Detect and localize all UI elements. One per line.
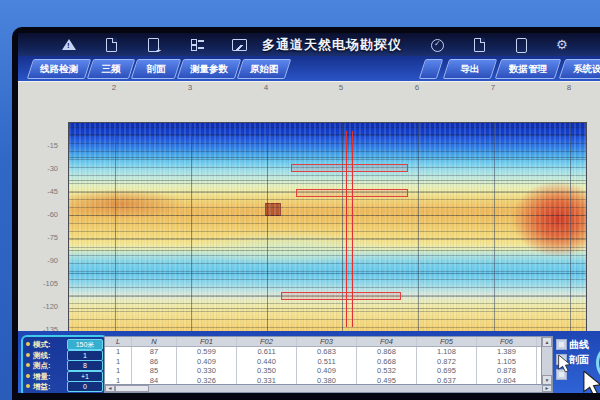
y-tick: -90 <box>22 256 58 265</box>
tab-raw-image[interactable]: 原始图 <box>237 59 291 79</box>
col-header[interactable]: F05 <box>417 337 477 346</box>
table-row[interactable]: 187 0.5990.611 0.6830.868 1.1081.389 <box>105 347 541 356</box>
table-header-row: L N F01 F02 F03 F04 F05 F06 <box>105 337 541 347</box>
col-header[interactable]: N <box>132 337 177 346</box>
depth-marker[interactable] <box>291 164 408 172</box>
y-tick: -30 <box>22 164 58 173</box>
param-value-point[interactable]: 8 <box>67 360 103 371</box>
tab-export[interactable]: 导出 <box>443 59 497 79</box>
grid-line <box>570 123 571 357</box>
param-row-increment: 增量: +1 <box>25 371 104 381</box>
param-value-line[interactable]: 1 <box>67 350 103 361</box>
file-icon[interactable] <box>104 37 119 52</box>
col-header[interactable]: F01 <box>177 337 237 346</box>
param-label: 测线: <box>33 351 51 361</box>
contour-plot[interactable] <box>68 122 587 358</box>
y-tick: -60 <box>22 210 58 219</box>
view-option-curve[interactable]: 曲线 <box>556 337 600 351</box>
y-tick: -15 <box>22 141 58 150</box>
param-value-increment[interactable]: +1 <box>67 371 103 382</box>
grid-line <box>342 123 343 357</box>
param-label: 增量: <box>33 372 51 382</box>
scroll-up-icon[interactable]: ▲ <box>542 337 552 347</box>
mouse-cursor-icon <box>558 355 572 373</box>
scroll-thumb[interactable] <box>115 385 149 392</box>
warning-triangle-icon[interactable] <box>62 37 77 52</box>
screen: 多通道天然电场勘探仪 ⚙ 线路检测 三频 剖面 测量参数 原始图 导出 数据管理… <box>18 33 600 393</box>
bullet-icon <box>26 384 30 388</box>
y-tick: -75 <box>22 233 58 242</box>
y-tick: -120 <box>22 302 58 311</box>
param-label: 模式: <box>33 340 51 350</box>
grid-line <box>418 123 419 357</box>
form-icon[interactable] <box>190 37 205 52</box>
bullet-icon <box>26 374 30 378</box>
bullet-icon <box>26 363 30 367</box>
tab-three-freq[interactable]: 三频 <box>87 59 135 79</box>
tablet-icon[interactable] <box>514 37 529 52</box>
param-value-mode[interactable]: 150米 <box>67 339 103 350</box>
col-header[interactable]: F04 <box>357 337 417 346</box>
x-tick: 3 <box>182 83 198 92</box>
table-horizontal-scrollbar[interactable]: ◄ ► <box>104 384 553 393</box>
vertical-noise-texture <box>69 123 586 357</box>
depth-marker[interactable] <box>281 292 401 300</box>
file-add-icon[interactable] <box>146 37 161 52</box>
grid-line <box>494 123 495 357</box>
x-tick: 6 <box>409 83 425 92</box>
param-label: 测点: <box>33 361 51 371</box>
tab-data-manage[interactable]: 数据管理 <box>495 59 561 79</box>
grid-line <box>267 123 268 357</box>
x-tick: 8 <box>561 83 577 92</box>
x-tick: 5 <box>333 83 349 92</box>
app-title: 多通道天然电场勘探仪 <box>242 36 422 54</box>
bullet-icon <box>26 353 30 357</box>
radio-icon[interactable] <box>556 339 567 350</box>
col-header[interactable]: F02 <box>237 337 297 346</box>
mouse-cursor-icon-large <box>582 371 600 393</box>
depth-marker[interactable] <box>296 189 408 197</box>
tab-measure-params[interactable]: 测量参数 <box>177 59 241 79</box>
col-header[interactable]: F03 <box>297 337 357 346</box>
table-row[interactable]: 185 0.3300.350 0.4090.532 0.6950.878 <box>105 366 541 375</box>
bottom-bar: 模式: 150米 测线: 1 测点: 8 增量: +1 增益: 0 <box>18 331 600 393</box>
parameter-panel: 模式: 150米 测线: 1 测点: 8 增量: +1 增益: 0 <box>21 335 108 393</box>
data-table[interactable]: L N F01 F02 F03 F04 F05 F06 187 0.5990.6… <box>104 336 542 386</box>
scroll-left-icon[interactable]: ◄ <box>105 385 115 392</box>
check-circle-icon[interactable] <box>430 37 445 52</box>
table-vertical-scrollbar[interactable]: ▲ ▼ <box>541 336 553 386</box>
param-row-point: 测点: 8 <box>25 360 104 370</box>
y-tick: -105 <box>22 279 58 288</box>
param-value-gain[interactable]: 0 <box>67 381 103 392</box>
tab-bar: 线路检测 三频 剖面 测量参数 原始图 导出 数据管理 系统设置 <box>18 56 600 81</box>
bullet-icon <box>26 342 30 346</box>
grid-line <box>191 123 192 357</box>
col-header[interactable]: F06 <box>477 337 537 346</box>
param-label: 增益: <box>33 382 51 392</box>
gear-icon[interactable]: ⚙ <box>556 37 571 52</box>
x-tick: 7 <box>485 83 501 92</box>
y-tick: -45 <box>22 187 58 196</box>
edit-doc-icon[interactable] <box>472 37 487 52</box>
x-tick: 2 <box>106 83 122 92</box>
param-row-line: 测线: 1 <box>25 350 104 360</box>
x-tick: 4 <box>258 83 274 92</box>
param-row-mode: 模式: 150米 <box>25 339 104 349</box>
photo-of-instrument-screen: { "window": { "title": "多通道天然电场勘探仪" }, "… <box>0 0 600 400</box>
col-header[interactable]: L <box>105 337 132 346</box>
tab-stub[interactable] <box>419 59 443 79</box>
param-row-gain: 增益: 0 <box>25 381 104 391</box>
tab-system-settings[interactable]: 系统设置 <box>559 59 600 79</box>
contour-chart-panel: 2 3 4 5 6 7 8 -15 -30 -45 -60 -75 -90 -1… <box>18 81 600 332</box>
table-row[interactable]: 186 0.4090.440 0.5110.668 0.8721.105 <box>105 357 541 366</box>
grid-line <box>115 123 116 357</box>
tab-line-check[interactable]: 线路检测 <box>27 59 91 79</box>
top-toolbar: 多通道天然电场勘探仪 ⚙ <box>18 33 600 56</box>
tab-profile[interactable]: 剖面 <box>131 59 181 79</box>
scroll-right-icon[interactable]: ► <box>542 385 552 392</box>
